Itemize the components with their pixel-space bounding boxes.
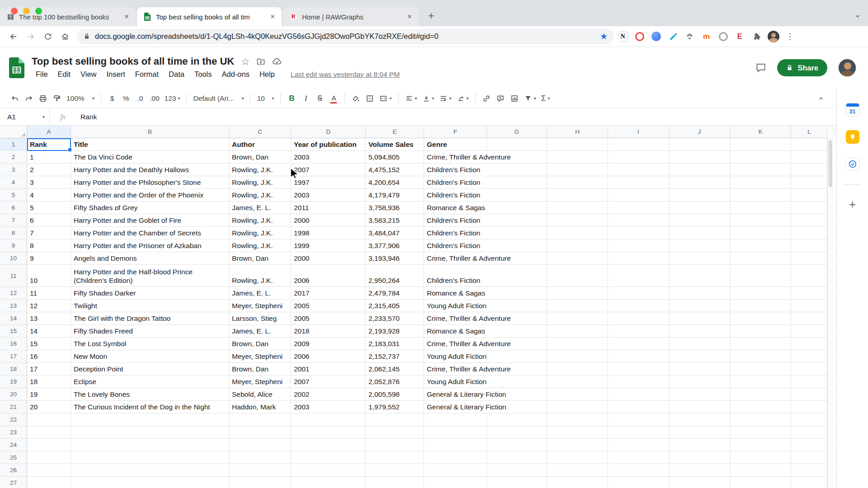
cell-empty[interactable]	[487, 202, 547, 214]
row-number[interactable]: 15	[0, 325, 27, 337]
cell-empty[interactable]	[487, 451, 547, 464]
cell-title[interactable]: The Lovely Bones	[71, 388, 229, 400]
tab-search-chevron-icon[interactable]	[854, 13, 861, 19]
cell-empty[interactable]	[791, 477, 827, 488]
cell-volume-sales[interactable]: 4,475,152	[366, 164, 424, 176]
window-zoom-button[interactable]	[35, 8, 42, 14]
row-number[interactable]: 12	[0, 287, 27, 299]
cell-empty[interactable]	[608, 451, 669, 464]
cell-empty[interactable]	[547, 426, 608, 438]
cell-empty[interactable]	[791, 176, 827, 188]
column-header-c[interactable]: C	[229, 126, 291, 138]
cell-empty[interactable]	[730, 151, 791, 163]
cell-empty[interactable]	[669, 451, 730, 464]
row-number[interactable]: 4	[0, 176, 27, 188]
cell-year[interactable]: 2007	[291, 164, 366, 176]
cell-rank[interactable]: 17	[27, 363, 71, 375]
get-addons-button[interactable]: +	[849, 198, 856, 210]
italic-button[interactable]: I	[299, 91, 312, 106]
cell-year[interactable]	[291, 477, 366, 488]
cell-volume-sales[interactable]: 3,193,946	[366, 252, 424, 264]
cell-year[interactable]: 1999	[291, 239, 366, 252]
menu-item[interactable]: Edit	[54, 69, 75, 80]
cell-volume-sales[interactable]: 2,315,405	[366, 300, 424, 312]
cell-rank[interactable]: 8	[27, 239, 71, 252]
column-header-l[interactable]: L	[791, 126, 827, 138]
cell-empty[interactable]	[791, 300, 827, 312]
browser-tab-3[interactable]: R Home | RAWGraphs ×	[283, 7, 419, 26]
column-header-h[interactable]: H	[547, 126, 608, 138]
cell-empty[interactable]	[547, 265, 608, 286]
cell-title[interactable]	[71, 451, 229, 464]
cell-empty[interactable]	[547, 477, 608, 488]
row-number[interactable]: 27	[0, 477, 27, 488]
cell-genre[interactable]: Young Adult Fiction	[424, 300, 487, 312]
cell-title[interactable]: Harry Potter and the Half-blood Prince (…	[71, 265, 229, 286]
format-currency-button[interactable]: $	[105, 91, 119, 106]
cell-empty[interactable]	[791, 151, 827, 163]
keep-icon[interactable]	[846, 130, 859, 144]
last-edit-link[interactable]: Last edit was yesterday at 8:04 PM	[291, 70, 400, 79]
cell-empty[interactable]	[669, 176, 730, 188]
cell-volume-sales[interactable]	[366, 439, 424, 451]
cell-empty[interactable]	[669, 338, 730, 350]
cell-empty[interactable]	[547, 388, 608, 400]
cell-volume-sales[interactable]: 2,479,784	[366, 287, 424, 299]
cell-author[interactable]: Author	[229, 138, 291, 150]
functions-button[interactable]: Σ▾	[539, 91, 552, 106]
column-header-k[interactable]: K	[730, 126, 791, 138]
cell-empty[interactable]	[487, 164, 547, 176]
cell-volume-sales[interactable]: 2,193,928	[366, 325, 424, 337]
cell-volume-sales[interactable]: 2,005,598	[366, 388, 424, 400]
cell-rank[interactable]: 9	[27, 252, 71, 264]
row-number[interactable]: 24	[0, 439, 27, 451]
cell-empty[interactable]	[791, 375, 827, 388]
cell-rank[interactable]	[27, 451, 71, 464]
account-avatar[interactable]	[838, 59, 856, 77]
column-header-g[interactable]: G	[487, 126, 547, 138]
cell-title[interactable]: Harry Potter and the Deathly Hallows	[71, 164, 229, 176]
cell-genre[interactable]: Children's Fiction	[424, 164, 487, 176]
menu-item[interactable]: Insert	[103, 69, 129, 80]
cell-empty[interactable]	[669, 312, 730, 324]
reload-button[interactable]	[40, 28, 56, 45]
extension-highlighter-icon[interactable]	[667, 30, 679, 43]
cell-empty[interactable]	[730, 350, 791, 362]
cell-genre[interactable]	[424, 439, 487, 451]
cell-year[interactable]: 2000	[291, 214, 366, 226]
row-number[interactable]: 16	[0, 338, 27, 350]
create-filter-button[interactable]: ▾	[522, 91, 538, 106]
document-title[interactable]: Top best selling books of all time in th…	[32, 56, 234, 67]
cell-empty[interactable]	[730, 300, 791, 312]
sheets-logo-icon[interactable]	[9, 57, 24, 78]
insert-chart-button[interactable]	[508, 91, 521, 106]
font-size-select[interactable]: 10▾	[255, 91, 276, 106]
cell-volume-sales[interactable]: 3,758,936	[366, 202, 424, 214]
cell-empty[interactable]	[487, 300, 547, 312]
cell-empty[interactable]	[547, 239, 608, 252]
cell-volume-sales[interactable]: 2,062,145	[366, 363, 424, 375]
cell-year[interactable]: 1998	[291, 227, 366, 239]
cell-title[interactable]: The Lost Symbol	[71, 338, 229, 350]
row-number[interactable]: 25	[0, 451, 27, 464]
tasks-icon[interactable]	[846, 157, 859, 171]
cell-empty[interactable]	[791, 388, 827, 400]
cell-year[interactable]: 2009	[291, 338, 366, 350]
cell-volume-sales[interactable]: 1,979,552	[366, 401, 424, 413]
extension-notion-icon[interactable]: N	[617, 30, 629, 43]
share-button[interactable]: Share	[777, 59, 827, 76]
cell-empty[interactable]	[730, 164, 791, 176]
cell-empty[interactable]	[547, 138, 608, 150]
cell-author[interactable]: Sebold, Alice	[229, 388, 291, 400]
tab-close-icon[interactable]: ×	[405, 12, 414, 21]
cell-author[interactable]	[229, 464, 291, 476]
comment-history-icon[interactable]	[755, 63, 766, 73]
menu-item[interactable]: View	[76, 69, 100, 80]
cell-year[interactable]: 2006	[291, 265, 366, 286]
cell-author[interactable]: Rowling, J.K.	[229, 176, 291, 188]
cell-genre[interactable]	[424, 477, 487, 488]
cell-empty[interactable]	[608, 464, 669, 476]
cell-empty[interactable]	[487, 439, 547, 451]
cell-empty[interactable]	[487, 426, 547, 438]
browser-tab-2-active[interactable]: Top best selling books of all tim ×	[137, 7, 282, 26]
